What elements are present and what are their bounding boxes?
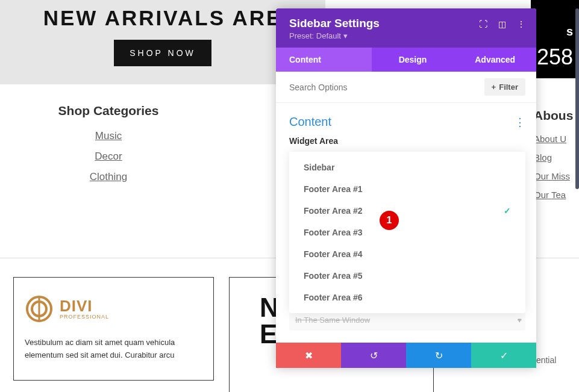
expand-icon[interactable]: ⛶	[479, 19, 487, 29]
category-link[interactable]: Decor	[0, 151, 217, 163]
about-link[interactable]: About U	[534, 134, 579, 144]
about-section: Abous About U Blog Our Miss Our Tea	[534, 108, 579, 208]
dropdown-option[interactable]: Footer Area #1	[289, 178, 525, 200]
tab-design[interactable]: Design	[372, 48, 454, 72]
category-link[interactable]: Music	[0, 130, 217, 142]
plus-icon: +	[492, 82, 496, 92]
about-link[interactable]: Blog	[534, 152, 579, 163]
redo-button[interactable]: ↻	[406, 343, 471, 368]
filter-button[interactable]: +Filter	[484, 78, 525, 96]
dropdown-option[interactable]: Footer Area #4	[289, 243, 525, 265]
widget-area-dropdown: Sidebar Footer Area #1 Footer Area #2✓ F…	[289, 152, 525, 313]
layout-icon[interactable]: ◫	[498, 19, 506, 29]
dropdown-option[interactable]: Sidebar	[289, 157, 525, 178]
right-s: s	[566, 25, 573, 39]
preset-selector[interactable]: Preset: Default ▾	[289, 31, 380, 40]
more-icon[interactable]: ⋮	[517, 19, 525, 29]
footer-description: Vestibulum ac diam sit amet quam vehicul…	[25, 337, 202, 362]
dropdown-option[interactable]: Footer Area #6	[289, 287, 525, 308]
dropdown-option[interactable]: Footer Area #2✓	[289, 200, 525, 222]
cancel-button[interactable]: ✖	[276, 343, 341, 368]
modal-body: Content ⋮ Widget Area Sidebar Footer Are…	[276, 103, 536, 331]
save-button[interactable]: ✓	[471, 343, 536, 368]
annotation-badge: 1	[380, 211, 399, 230]
modal-footer: ✖ ↺ ↻ ✓	[276, 343, 536, 368]
right-number: 258	[537, 45, 573, 70]
section-options-icon[interactable]: ⋮	[515, 116, 525, 129]
shop-now-button[interactable]: SHOP NOW	[114, 40, 211, 66]
right-panel: s 258	[531, 0, 579, 78]
sidebar-settings-modal: Sidebar Settings Preset: Default ▾ ⛶ ◫ ⋮…	[276, 8, 536, 368]
check-icon: ✓	[500, 350, 508, 361]
logo-main-text: DIVI	[60, 298, 109, 314]
modal-tabs: Content Design Advanced	[276, 48, 536, 72]
logo-sub-text: PROFESSIONAL	[60, 314, 109, 320]
dropdown-option[interactable]: Footer Area #3	[289, 222, 525, 243]
undo-icon: ↺	[370, 350, 378, 361]
modal-header: Sidebar Settings Preset: Default ▾ ⛶ ◫ ⋮	[276, 8, 536, 48]
about-link[interactable]: Our Miss	[534, 171, 579, 181]
tab-advanced[interactable]: Advanced	[454, 48, 536, 72]
divi-logo: DIVI PROFESSIONAL	[25, 294, 202, 323]
about-link[interactable]: Our Tea	[534, 190, 579, 200]
chevron-down-icon: ▾	[518, 316, 522, 325]
redo-icon: ↻	[435, 350, 443, 361]
modal-title: Sidebar Settings	[289, 17, 380, 30]
divi-logo-icon	[25, 294, 54, 323]
shop-categories: Shop Categories Music Decor Clothing	[0, 90, 217, 183]
shop-categories-title: Shop Categories	[0, 104, 217, 118]
undo-button[interactable]: ↺	[341, 343, 406, 368]
scrollbar[interactable]	[575, 8, 579, 189]
search-input[interactable]	[289, 82, 484, 92]
search-bar: +Filter	[276, 72, 536, 103]
footer-column-1: DIVI PROFESSIONAL Vestibulum ac diam sit…	[13, 277, 214, 381]
tab-content[interactable]: Content	[276, 48, 372, 72]
link-target-select[interactable]: In The Same Window ▾	[289, 311, 525, 331]
widget-area-label: Widget Area	[289, 136, 525, 146]
dropdown-option[interactable]: Footer Area #5	[289, 265, 525, 287]
check-icon: ✓	[504, 206, 511, 216]
section-title[interactable]: Content	[289, 115, 331, 129]
category-link[interactable]: Clothing	[0, 171, 217, 183]
about-title: Abous	[534, 108, 579, 123]
close-icon: ✖	[305, 350, 313, 361]
